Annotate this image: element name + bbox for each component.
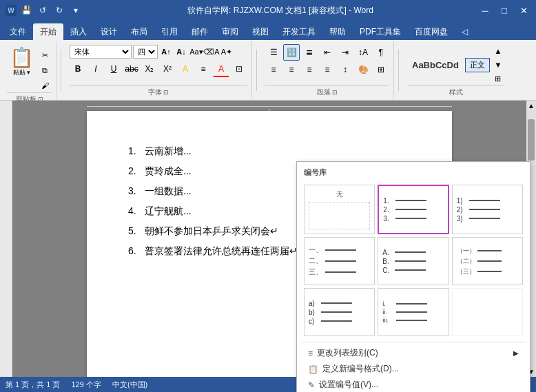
change-level-label: 更改列表级别(C) [317, 347, 378, 359]
tab-baidu[interactable]: 百度网盘 [408, 23, 455, 40]
close-button[interactable]: ✕ [517, 3, 530, 17]
change-case-button[interactable]: Aa▾ [189, 45, 203, 59]
tab-view[interactable]: 视图 [245, 23, 276, 40]
sort-button[interactable]: ↕A [355, 44, 371, 61]
list-text-1: 云南新增... [145, 144, 192, 158]
style-aabbccdd[interactable]: AaBbCcDd [407, 58, 464, 72]
numbering-cn-paren-cell[interactable]: （一） （二） （三） [452, 237, 523, 285]
show-marks-button[interactable]: ¶ [373, 44, 389, 61]
word-icon: W [6, 5, 17, 16]
tab-help[interactable]: 帮助 [322, 23, 353, 40]
copy-button[interactable]: ⧉ [38, 63, 52, 77]
grow-font-button[interactable]: A↑ [159, 45, 173, 59]
set-numbering-value-action[interactable]: ✎ 设置编号值(V)... [305, 377, 522, 392]
font-name-select[interactable]: 宋体 [70, 45, 132, 59]
align-right-button[interactable]: ≡ [301, 61, 318, 78]
list-text-3: 一组数据... [145, 184, 192, 198]
clipboard-group: 📋 粘贴 ▾ ✂ ⧉ 🖌 剪贴板⊡ [3, 41, 56, 99]
styles-scroll-down[interactable]: ▼ [491, 58, 505, 72]
preview-abc-2: B. [382, 258, 444, 265]
numbering-button[interactable]: 🔢 [283, 44, 300, 61]
scroll-up-button[interactable]: ▲ [528, 102, 535, 110]
subscript-button[interactable]: X₂ [141, 61, 158, 77]
tab-layout[interactable]: 布局 [124, 23, 154, 40]
clear-format-button[interactable]: ⌫A [205, 45, 218, 59]
numbering-ABC-cell[interactable]: A. B. C. [378, 237, 449, 285]
save-button[interactable]: 💾 [19, 3, 33, 17]
increase-indent-button[interactable]: ⇥ [337, 44, 353, 61]
none-label: 无 [309, 189, 370, 199]
customize-qat-button[interactable]: ▾ [69, 3, 83, 17]
font-extra-button[interactable]: ⊡ [231, 61, 247, 77]
decrease-indent-button[interactable]: ⇤ [319, 44, 336, 61]
borders-button[interactable]: ⊞ [373, 61, 389, 78]
define-new-format-action[interactable]: 📋 定义新编号格式(D)... [305, 361, 522, 377]
line-spacing-button[interactable]: ↕ [337, 61, 353, 78]
styles-scroll-up[interactable]: ▲ [491, 44, 505, 58]
strikethrough-button[interactable]: abc [123, 61, 140, 77]
tab-dev[interactable]: 开发工具 [276, 23, 322, 40]
tab-design[interactable]: 设计 [94, 23, 124, 40]
change-list-level-action[interactable]: ≡ 更改列表级别(C) ▶ [305, 345, 522, 361]
styles-expand[interactable]: ⊞ [491, 72, 505, 85]
numbering-dropdown: 编号库 无 1. 2. 3. [296, 161, 530, 392]
numbering-roman-cell[interactable]: i. ii. iii. [378, 288, 449, 336]
tab-references[interactable]: 引用 [154, 23, 185, 40]
numbering-123paren-cell[interactable]: 1) 2) 3) [452, 185, 523, 234]
preview-aparen-3: c) [309, 318, 370, 325]
text-shade-button[interactable]: ≡ [195, 61, 212, 77]
text-highlight-button[interactable]: A [177, 61, 194, 77]
change-level-arrow: ▶ [513, 349, 519, 357]
font-size-select[interactable]: 四号 [133, 45, 158, 59]
font-label: 字体⊡ [70, 85, 247, 97]
paste-button[interactable]: 📋 粘贴 ▾ [7, 45, 37, 80]
numbering-empty-cell[interactable] [452, 288, 523, 336]
paragraph-group: ☰ 🔢 ≣ ⇤ ⇥ ↕A ¶ ≡ ≡ ≡ ≡ ↕ 🎨 ⊞ 段落⊡ [261, 41, 394, 99]
tab-insert[interactable]: 插入 [63, 23, 94, 40]
list-num-1: 1. [128, 144, 145, 158]
align-center-button[interactable]: ≡ [283, 61, 300, 78]
document-area: 1. 云南新增... 2. 贾玲成全... 3. 一组数据... 4. 辽宁舰航… [0, 101, 536, 377]
tab-file[interactable]: 文件 [3, 23, 33, 40]
font-row1: 宋体 四号 A↑ A↓ Aa▾ ⌫A A✦ [70, 45, 234, 59]
style-normal[interactable]: 正文 [465, 58, 490, 72]
format-painter-button[interactable]: 🖌 [38, 79, 52, 92]
styles-label: 样式 [407, 85, 505, 97]
clipboard-content: 📋 粘贴 ▾ ✂ ⧉ 🖌 [7, 43, 52, 92]
align-left-button[interactable]: ≡ [265, 61, 282, 78]
vertical-ruler [0, 101, 12, 377]
undo-button[interactable]: ↺ [36, 3, 50, 17]
tab-home[interactable]: 开始 [33, 23, 63, 40]
tab-mail[interactable]: 邮件 [185, 23, 215, 40]
tab-more[interactable]: ◁ [455, 23, 475, 40]
tab-pdf[interactable]: PDF工具集 [353, 23, 408, 40]
justify-button[interactable]: ≡ [319, 61, 336, 78]
bold-button[interactable]: B [70, 61, 86, 77]
numbering-chinese-cell[interactable]: 一、 二、 三、 [304, 237, 375, 285]
minimize-button[interactable]: ─ [478, 3, 492, 17]
preview-cn-2: 二、 [309, 256, 370, 266]
numbering-none-cell[interactable]: 无 [304, 185, 375, 234]
cut-button[interactable]: ✂ [38, 48, 52, 62]
preview-abc-3: C. [382, 267, 444, 274]
shrink-font-button[interactable]: A↓ [174, 45, 188, 59]
text-effect-button[interactable]: A✦ [220, 45, 234, 59]
preview-abc-1: A. [382, 249, 444, 256]
numbering-123dot-cell[interactable]: 1. 2. 3. [378, 185, 449, 234]
italic-button[interactable]: I [87, 61, 104, 77]
numbering-abcparen-cell[interactable]: a) b) c) [304, 288, 375, 336]
ribbon: 📋 粘贴 ▾ ✂ ⧉ 🖌 剪贴板⊡ 宋体 四号 [0, 40, 536, 101]
maximize-button[interactable]: □ [497, 3, 511, 17]
redo-button[interactable]: ↻ [52, 3, 66, 17]
underline-button[interactable]: U [105, 61, 122, 77]
scroll-thumb[interactable] [528, 119, 535, 161]
list-num-2: 2. [128, 164, 145, 178]
superscript-button[interactable]: X² [159, 61, 176, 77]
shading-button[interactable]: 🎨 [355, 61, 371, 78]
font-color-button[interactable]: A [213, 61, 229, 77]
bullets-button[interactable]: ☰ [265, 44, 282, 61]
tab-review[interactable]: 审阅 [215, 23, 245, 40]
list-text-2: 贾玲成全... [145, 164, 192, 178]
font-group: 宋体 四号 A↑ A↓ Aa▾ ⌫A A✦ B I U abc X₂ X² A … [65, 41, 252, 99]
multilevel-list-button[interactable]: ≣ [301, 44, 318, 61]
